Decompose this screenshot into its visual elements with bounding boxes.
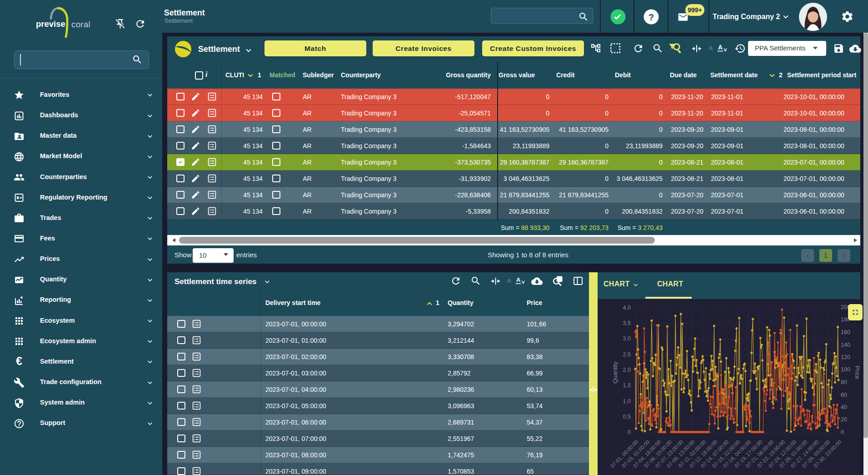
- svg-text:A: A: [718, 44, 723, 51]
- svg-text:A: A: [516, 276, 521, 283]
- svg-text:?: ?: [649, 12, 654, 22]
- svg-text:€: €: [16, 356, 22, 367]
